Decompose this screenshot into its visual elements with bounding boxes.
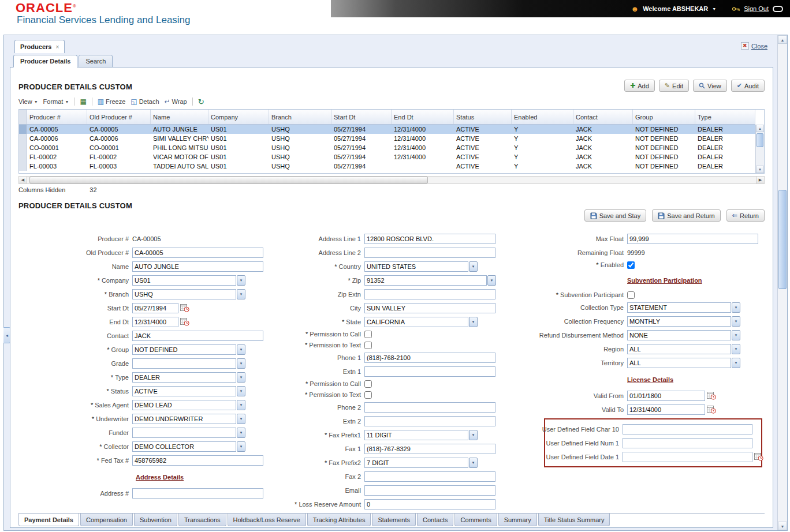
audit-button[interactable]: ✔Audit [731,80,765,92]
statements-tab[interactable]: Statements [372,514,416,526]
column-header[interactable]: Start Dt [331,110,392,124]
save-and-stay-button[interactable]: Save and Stay [584,209,647,222]
column-header[interactable]: Contact [573,110,633,124]
comments-tab[interactable]: Comments [454,514,497,526]
valid-to-calendar-button[interactable] [707,405,716,414]
title-status-summary-tab[interactable]: Title Status Summary [538,514,610,526]
branch-input[interactable] [132,289,236,299]
max-float-input[interactable] [627,234,758,244]
permission-to-text-2-checkbox[interactable] [364,391,372,399]
welcome-menu[interactable]: Welcome ABSHEKAR [643,5,708,12]
tab-close-icon[interactable]: × [55,44,59,50]
fed-tax-number-input[interactable] [132,455,263,466]
region-dropdown-button[interactable]: ▼ [732,344,740,354]
scroll-down-arrow[interactable]: ▼ [778,522,787,530]
row-selector[interactable] [19,125,27,134]
collection-type-input[interactable] [627,302,731,313]
sign-out-link[interactable]: Sign Out [744,5,769,12]
fax-prefix2-dropdown-button[interactable]: ▼ [469,458,478,468]
column-header[interactable]: End Dt [392,110,454,124]
extn-1-input[interactable] [364,366,495,377]
status-input[interactable] [132,386,236,396]
export-to-excel-button[interactable]: ▦ [80,98,86,105]
address-number-input[interactable] [132,488,263,499]
producer-details-subtab[interactable]: Producer Details [13,55,77,68]
subvention-participant-checkbox[interactable] [627,291,635,299]
collection-type-dropdown-button[interactable]: ▼ [732,302,740,313]
row-selector[interactable] [19,134,27,143]
email-input[interactable] [364,485,495,496]
old-producer-number-input[interactable] [132,248,263,258]
edit-button[interactable]: ✎Edit [659,80,689,92]
group-input[interactable] [132,344,236,355]
table-horizontal-scrollbar[interactable]: ◀ ▶ [18,176,765,184]
end-dt-calendar-button[interactable] [180,317,189,326]
table-row[interactable]: CO-00001 CO-00001 PHIL LONG MITSU... US0… [19,143,755,152]
add-button[interactable]: ✚Add [624,80,655,92]
territory-dropdown-button[interactable]: ▼ [732,358,740,368]
loss-reserve-amount-input[interactable] [364,499,495,509]
freeze-button[interactable]: ▥Freeze [98,98,126,105]
state-dropdown-button[interactable]: ▼ [469,317,478,327]
producer-name-input[interactable] [132,261,263,272]
producer-type-dropdown-button[interactable]: ▼ [237,372,245,383]
table-row[interactable]: FL-00002 FL-00002 VICAR MOTOR OF ... US0… [19,152,755,162]
valid-to-input[interactable] [627,404,705,415]
address-line-2-input[interactable] [364,248,495,258]
start-dt-calendar-button[interactable] [180,304,189,312]
payment-details-tab[interactable]: Payment Details [18,514,79,526]
funder-dropdown-button[interactable]: ▼ [237,428,245,438]
company-dropdown-button[interactable]: ▼ [237,275,245,286]
underwriter-dropdown-button[interactable]: ▼ [237,414,245,424]
fax-prefix1-dropdown-button[interactable]: ▼ [469,430,478,440]
page-vertical-scrollbar[interactable]: ▲ ▼ [777,35,787,530]
scroll-right-arrow[interactable]: ▶ [756,177,764,183]
region-input[interactable] [627,344,731,354]
view-button[interactable]: View [693,80,727,92]
row-selector[interactable] [19,162,27,171]
compensation-tab[interactable]: Compensation [80,514,133,526]
user-defined-field-char-10-input[interactable] [623,424,752,434]
close-page-button[interactable]: ✖ Close [741,42,767,50]
table-row[interactable]: FL-00003 FL-00003 TADDEI AUTO SAL... US0… [19,162,755,171]
fax-1-input[interactable] [364,444,495,454]
scroll-up-arrow[interactable]: ▲ [778,35,787,44]
status-dropdown-button[interactable]: ▼ [237,386,245,396]
zip-extn-input[interactable] [364,289,495,299]
scroll-down-arrow[interactable]: ▼ [756,166,764,173]
scrollbar-thumb[interactable] [29,177,428,183]
collector-input[interactable] [132,441,236,452]
column-header[interactable]: Branch [269,110,331,124]
underwriter-input[interactable] [132,414,236,424]
collector-dropdown-button[interactable]: ▼ [237,441,245,452]
column-header[interactable]: Name [151,110,208,124]
wrap-button[interactable]: ↵Wrap [165,98,187,105]
transactions-tab[interactable]: Transactions [178,514,226,526]
table-row[interactable]: CA-00006 CA-00006 SIMI VALLEY CHRY... US… [19,134,755,143]
column-header[interactable]: Enabled [512,110,573,124]
column-header[interactable]: Group [633,110,695,124]
user-defined-field-date-1-calendar-button[interactable] [754,452,763,461]
search-subtab[interactable]: Search [79,55,113,68]
contacts-tab[interactable]: Contacts [417,514,453,526]
row-selector[interactable] [19,143,27,152]
country-input[interactable] [364,261,468,272]
logout-icon[interactable] [773,6,783,12]
valid-from-calendar-button[interactable] [707,391,716,400]
view-menu-button[interactable]: View▼ [18,98,38,105]
summary-tab[interactable]: Summary [498,514,537,526]
refresh-button[interactable]: ↻ [198,98,204,106]
column-header[interactable]: Old Producer # [87,110,151,124]
permission-to-call-1-checkbox[interactable] [364,331,372,338]
holdback-loss-reserve-tab[interactable]: Holdback/Loss Reserve [228,514,306,526]
column-header[interactable]: Type [695,110,755,124]
state-input[interactable] [364,317,468,327]
detach-button[interactable]: ◱Detach [131,98,159,105]
user-defined-field-date-1-input[interactable] [623,452,752,462]
grade-input[interactable] [132,358,236,369]
refund-disbursement-method-dropdown-button[interactable]: ▼ [732,330,740,340]
tracking-attributes-tab[interactable]: Tracking Attributes [307,514,371,526]
company-input[interactable] [132,275,236,286]
row-selector[interactable] [19,152,27,162]
contact-input[interactable] [132,331,263,341]
